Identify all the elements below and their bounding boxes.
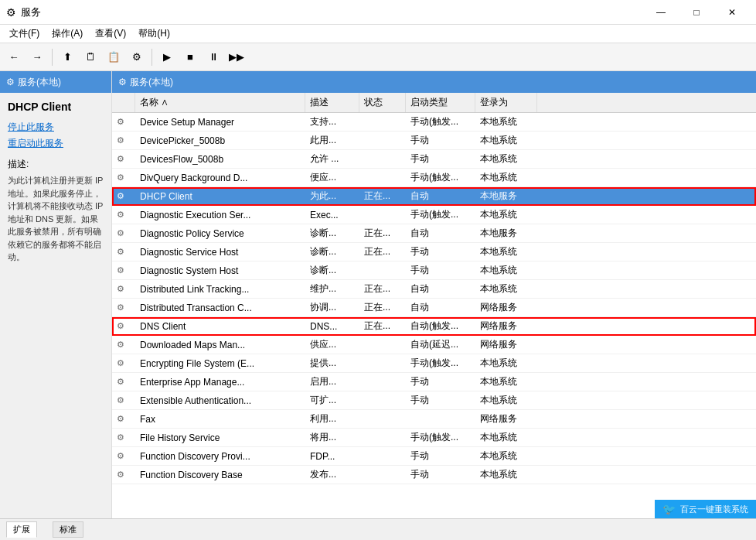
toolbar-restart[interactable]: ▶▶ [226,46,247,68]
table-row[interactable]: ⚙ Extensible Authentication... 可扩... 手动 … [112,391,756,410]
table-row[interactable]: ⚙ DevicePicker_5008b 此用... 手动 本地系统 [112,132,756,150]
col-icon[interactable] [112,93,135,112]
table-row[interactable]: ⚙ Distributed Transaction C... 协调... 正在.… [112,299,756,317]
table-row[interactable]: ⚙ Function Discovery Base 发布... 手动 本地系统 [112,466,756,484]
watermark-text: 百云一键重装系统 [680,504,748,515]
title-bar-left: ⚙ 服务 [6,5,41,19]
service-gear-icon: ⚙ [117,358,124,368]
cell-name: Diagnostic Execution Ser... [135,206,305,224]
cell-status [359,447,406,465]
app-icon: ⚙ [6,6,16,19]
stop-service-link[interactable]: 停止此服务 [8,121,104,134]
cell-desc: 供应... [305,336,359,354]
cell-icon: ⚙ [112,317,135,335]
cell-logon: 本地系统 [475,243,537,261]
table-row[interactable]: ⚙ Distributed Link Tracking... 维护... 正在.… [112,280,756,299]
col-name[interactable]: 名称 ∧ [135,93,305,112]
cell-desc: 便应... [305,169,359,186]
menu-file[interactable]: 文件(F) [3,26,46,42]
table-row[interactable]: ⚙ DevicesFlow_5008b 允许 ... 手动 本地系统 [112,150,756,169]
service-gear-icon: ⚙ [117,451,124,461]
cell-status [359,373,406,391]
toolbar-forward[interactable]: → [26,46,48,68]
cell-logon: 网络服务 [475,336,537,354]
cell-startup: 手动(触发... [406,354,475,372]
col-logon[interactable]: 登录为 [475,93,537,112]
table-row[interactable]: ⚙ Diagnostic Execution Ser... Exec... 手动… [112,206,756,224]
cell-logon: 网络服务 [475,299,537,316]
toolbar-view3[interactable]: ⚙ [126,46,148,68]
col-status[interactable]: 状态 [359,93,406,112]
col-desc[interactable]: 描述 [305,93,359,112]
table-row[interactable]: ⚙ Diagnostic Service Host 诊断... 正在... 手动… [112,243,756,261]
service-description: 为此计算机注册并更新 IP 地址。如果此服务停止，计算机将不能接收动态 IP 地… [8,174,104,264]
cell-desc: 协调... [305,299,359,316]
toolbar-view1[interactable]: 🗒 [80,46,101,68]
cell-desc: DNS... [305,317,359,335]
cell-startup: 手动(触发... [406,429,475,446]
services-table[interactable]: 名称 ∧ 描述 状态 启动类型 登录为 ⚙ Device Setup Manag… [112,93,756,518]
cell-startup: 手动 [406,391,475,409]
table-row[interactable]: ⚙ DHCP Client 为此... 正在... 自动 本地服务 [112,187,756,206]
cell-name: Function Discovery Base [135,466,305,484]
table-row[interactable]: ⚙ DNS Client DNS... 正在... 自动(触发... 网络服务 [112,317,756,336]
toolbar-up[interactable]: ⬆ [56,46,78,68]
cell-logon: 本地系统 [475,429,537,446]
menu-view[interactable]: 查看(V) [89,26,132,42]
menu-bar: 文件(F) 操作(A) 查看(V) 帮助(H) [0,25,756,43]
cell-icon: ⚙ [112,243,135,261]
cell-status [359,261,406,279]
restart-service-link[interactable]: 重启动此服务 [8,137,104,150]
toolbar-back[interactable]: ← [3,46,25,68]
cell-icon: ⚙ [112,150,135,168]
title-bar-controls: — □ ✕ [643,0,750,25]
service-gear-icon: ⚙ [117,210,124,220]
cell-logon: 本地系统 [475,280,537,298]
service-gear-icon: ⚙ [117,395,124,405]
tab-extended[interactable]: 扩展 [6,521,37,538]
cell-startup: 自动 [406,280,475,298]
table-row[interactable]: ⚙ Encrypting File System (E... 提供... 手动(… [112,354,756,373]
table-row[interactable]: ⚙ Device Setup Manager 支持... 手动(触发... 本地… [112,113,756,132]
menu-action[interactable]: 操作(A) [46,26,89,42]
table-row[interactable]: ⚙ Function Discovery Provi... FDP... 手动 … [112,447,756,466]
table-row[interactable]: ⚙ File History Service 将用... 手动(触发... 本地… [112,429,756,447]
cell-status: 正在... [359,187,406,205]
table-row[interactable]: ⚙ Downloaded Maps Man... 供应... 自动(延迟... … [112,336,756,354]
cell-desc: 诊断... [305,243,359,261]
maximize-button[interactable]: □ [679,0,714,25]
table-row[interactable]: ⚙ Enterprise App Manage... 启用... 手动 本地系统 [112,373,756,391]
service-gear-icon: ⚙ [117,135,124,145]
cell-logon: 网络服务 [475,410,537,428]
cell-desc: 诊断... [305,261,359,279]
cell-name: DHCP Client [135,187,305,205]
menu-help[interactable]: 帮助(H) [132,26,176,42]
table-row[interactable]: ⚙ DivQuery Background D... 便应... 手动(触发..… [112,169,756,187]
cell-icon: ⚙ [112,224,135,242]
toolbar-pause[interactable]: ⏸ [203,46,224,68]
tab-standard[interactable]: 标准 [53,521,83,538]
cell-startup: 自动 [406,299,475,316]
cell-status: 正在... [359,243,406,261]
toolbar-start[interactable]: ▶ [156,46,178,68]
table-row[interactable]: ⚙ Fax 利用... 网络服务 [112,410,756,429]
table-row[interactable]: ⚙ Diagnostic System Host 诊断... 手动 本地系统 [112,261,756,280]
service-gear-icon: ⚙ [117,321,124,331]
toolbar-view2[interactable]: 📋 [103,46,124,68]
cell-status: 正在... [359,224,406,242]
cell-startup: 手动 [406,373,475,391]
cell-name: Diagnostic System Host [135,261,305,279]
cell-name: File History Service [135,429,305,446]
close-button[interactable]: ✕ [714,0,750,25]
minimize-button[interactable]: — [643,0,679,25]
cell-logon: 网络服务 [475,317,537,335]
table-row[interactable]: ⚙ Diagnostic Policy Service 诊断... 正在... … [112,224,756,243]
toolbar-stop[interactable]: ■ [179,46,201,68]
cell-startup: 手动 [406,261,475,279]
status-bar: 扩展 标准 [0,518,756,540]
cell-status: 正在... [359,299,406,316]
cell-name: Diagnostic Policy Service [135,224,305,242]
cell-startup: 手动 [406,243,475,261]
col-startup[interactable]: 启动类型 [406,93,475,112]
cell-icon: ⚙ [112,113,135,131]
